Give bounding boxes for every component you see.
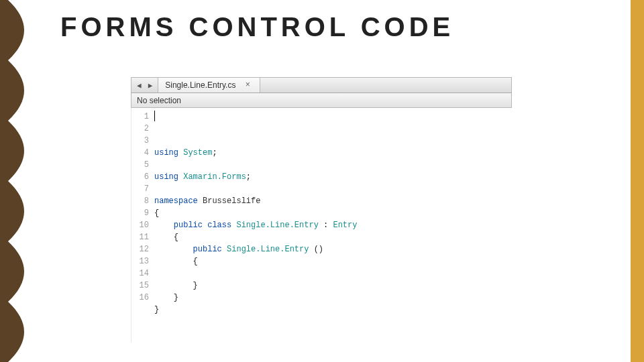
tab-bar: ◀ ▶ Single.Line.Entry.cs × [131,77,512,93]
code-line: { [154,231,512,243]
code-line: using Xamarin.Forms; [154,171,512,183]
code-editor: ◀ ▶ Single.Line.Entry.cs × No selection … [131,77,512,343]
close-icon[interactable]: × [242,80,253,90]
line-number: 14 [131,267,149,280]
code-line [154,267,512,280]
line-number: 15 [131,280,149,292]
file-tab[interactable]: Single.Line.Entry.cs × [158,78,260,93]
line-number: 11 [131,231,149,243]
code-area: 12345678910111213141516 using System;usi… [131,108,512,343]
line-number-gutter: 12345678910111213141516 [131,108,153,343]
line-number: 8 [131,195,149,207]
code-body[interactable]: using System;using Xamarin.Forms;namespa… [153,108,512,343]
breadcrumb[interactable]: No selection [131,93,512,108]
nav-prev-icon[interactable]: ◀ [137,81,142,90]
accent-bar [631,0,644,362]
line-number: 1 [131,111,149,123]
page-title: FORMS CONTROL CODE [60,12,454,42]
line-number: 9 [131,207,149,219]
line-number: 3 [131,135,149,147]
code-line: } [154,304,512,316]
svg-rect-0 [0,0,8,362]
nav-next-icon[interactable]: ▶ [148,81,153,90]
code-line: { [154,207,512,219]
tab-label: Single.Line.Entry.cs [165,80,235,90]
code-line [154,328,512,340]
code-line: } [154,292,512,304]
line-number: 10 [131,219,149,231]
code-line: namespace Brusselslife [154,195,512,207]
code-line: using System; [154,147,512,159]
line-number: 6 [131,171,149,183]
code-line: { [154,255,512,267]
line-number: 2 [131,123,149,135]
line-number: 5 [131,159,149,171]
code-line [154,159,512,171]
code-line: public class Single.Line.Entry : Entry [154,219,512,231]
line-number: 7 [131,183,149,195]
line-number: 4 [131,147,149,159]
tab-nav: ◀ ▶ [131,78,158,93]
code-line: public Single.Line.Entry () [154,243,512,255]
line-number: 13 [131,255,149,267]
line-number: 12 [131,243,149,255]
code-line [154,316,512,328]
text-caret [154,111,155,121]
code-line [154,183,512,195]
code-line: } [154,280,512,292]
line-number: 16 [131,292,149,304]
decorative-wave [0,0,30,362]
